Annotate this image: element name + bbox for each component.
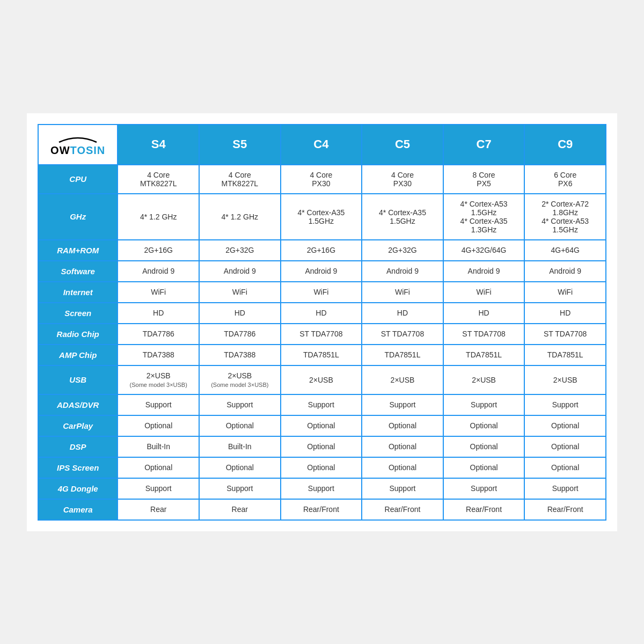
cell-row1-col0: 4* 1.2 GHz [118, 194, 199, 240]
table-body: CPU4 CoreMTK8227L4 CoreMTK8227L4 CorePX3… [38, 165, 606, 520]
cell-row3-col2: Android 9 [281, 261, 362, 282]
cell-row8-col5: 2×USB [524, 365, 606, 394]
cell-row3-col1: Android 9 [199, 261, 281, 282]
cell-row3-col5: Android 9 [524, 261, 606, 282]
cell-row12-col2: Optional [281, 457, 362, 478]
table-row: ADAS/DVRSupportSupportSupportSupportSupp… [38, 394, 606, 415]
table-row: IPS ScreenOptionalOptionalOptionalOption… [38, 457, 606, 478]
cell-row6-col4: ST TDA7708 [443, 324, 525, 345]
col-header-c4: C4 [281, 125, 362, 165]
cell-row13-col2: Support [281, 478, 362, 499]
cell-row4-col0: WiFi [118, 282, 199, 303]
table-row: AMP ChipTDA7388TDA7388TDA7851LTDA7851LTD… [38, 345, 606, 365]
table-row: CarPlayOptionalOptionalOptionalOptionalO… [38, 415, 606, 436]
cell-row11-col3: Optional [362, 436, 443, 457]
cell-row10-col1: Optional [199, 415, 281, 436]
cell-row13-col5: Support [524, 478, 606, 499]
cell-row1-col1: 4* 1.2 GHz [199, 194, 281, 240]
cell-row1-col3: 4* Cortex-A351.5GHz [362, 194, 443, 240]
col-header-c9: C9 [524, 125, 606, 165]
cell-row1-col5: 2* Cortex-A72 1.8GHz4* Cortex-A53 1.5GHz [524, 194, 606, 240]
cell-row7-col3: TDA7851L [362, 345, 443, 365]
cell-row8-col2: 2×USB [281, 365, 362, 394]
table-row: InternetWiFiWiFiWiFiWiFiWiFiWiFi [38, 282, 606, 303]
row-label-carplay: CarPlay [38, 415, 118, 436]
cell-row13-col1: Support [199, 478, 281, 499]
table-row: Radio ChipTDA7786TDA7786ST TDA7708ST TDA… [38, 324, 606, 345]
cell-row13-col0: Support [118, 478, 199, 499]
col-header-c7: C7 [443, 125, 525, 165]
row-label-screen: Screen [38, 303, 118, 324]
row-label-ghz: GHz [38, 194, 118, 240]
logo-cell: OWTOSIN [38, 125, 118, 165]
row-label-cpu: CPU [38, 165, 118, 194]
table-row: DSPBuilt-InBuilt-InOptionalOptionalOptio… [38, 436, 606, 457]
page-wrapper: OWTOSIN S4 S5 C4 C5 C7 C9 CPU4 CoreMTK82… [27, 113, 617, 531]
cell-row2-col1: 2G+32G [199, 240, 281, 261]
table-row: SoftwareAndroid 9Android 9Android 9Andro… [38, 261, 606, 282]
logo-container: OWTOSIN [42, 133, 114, 157]
col-header-s5: S5 [199, 125, 281, 165]
cell-row13-col3: Support [362, 478, 443, 499]
cell-row1-col2: 4* Cortex-A351.5GHz [281, 194, 362, 240]
cell-row12-col4: Optional [443, 457, 525, 478]
cell-row6-col2: ST TDA7708 [281, 324, 362, 345]
cell-row10-col5: Optional [524, 415, 606, 436]
row-label-software: Software [38, 261, 118, 282]
cell-row0-col4: 8 CorePX5 [443, 165, 525, 194]
cell-row8-col0: 2×USB(Some model 3×USB) [118, 365, 199, 394]
cell-row9-col1: Support [199, 394, 281, 415]
cell-row11-col5: Optional [524, 436, 606, 457]
col-header-s4: S4 [118, 125, 199, 165]
cell-row9-col3: Support [362, 394, 443, 415]
cell-row7-col2: TDA7851L [281, 345, 362, 365]
cell-row3-col3: Android 9 [362, 261, 443, 282]
cell-row0-col5: 6 CorePX6 [524, 165, 606, 194]
cell-row6-col5: ST TDA7708 [524, 324, 606, 345]
cell-row5-col1: HD [199, 303, 281, 324]
cell-row9-col2: Support [281, 394, 362, 415]
row-label-adas-dvr: ADAS/DVR [38, 394, 118, 415]
cell-row2-col0: 2G+16G [118, 240, 199, 261]
cell-row7-col5: TDA7851L [524, 345, 606, 365]
cell-row11-col4: Optional [443, 436, 525, 457]
cell-row14-col3: Rear/Front [362, 499, 443, 520]
cell-row9-col4: Support [443, 394, 525, 415]
cell-row10-col3: Optional [362, 415, 443, 436]
row-label-amp-chip: AMP Chip [38, 345, 118, 365]
cell-row4-col1: WiFi [199, 282, 281, 303]
cell-row14-col1: Rear [199, 499, 281, 520]
cell-row3-col0: Android 9 [118, 261, 199, 282]
cell-row4-col5: WiFi [524, 282, 606, 303]
cell-row14-col0: Rear [118, 499, 199, 520]
cell-row9-col5: Support [524, 394, 606, 415]
cell-row3-col4: Android 9 [443, 261, 525, 282]
cell-row12-col3: Optional [362, 457, 443, 478]
cell-row4-col3: WiFi [362, 282, 443, 303]
cell-row12-col5: Optional [524, 457, 606, 478]
row-label-internet: Internet [38, 282, 118, 303]
col-header-c5: C5 [362, 125, 443, 165]
table-row: ScreenHDHDHDHDHDHD [38, 303, 606, 324]
cell-row8-col3: 2×USB [362, 365, 443, 394]
cell-row1-col4: 4* Cortex-A53 1.5GHz4* Cortex-A35 1.3GHz [443, 194, 525, 240]
cell-row2-col2: 2G+16G [281, 240, 362, 261]
cell-row5-col3: HD [362, 303, 443, 324]
cell-row5-col4: HD [443, 303, 525, 324]
cell-row5-col5: HD [524, 303, 606, 324]
row-label-usb: USB [38, 365, 118, 394]
row-label-radio-chip: Radio Chip [38, 324, 118, 345]
cell-row12-col1: Optional [199, 457, 281, 478]
table-row: RAM+ROM2G+16G2G+32G2G+16G2G+32G4G+32G/64… [38, 240, 606, 261]
cell-row7-col0: TDA7388 [118, 345, 199, 365]
table-row: USB2×USB(Some model 3×USB)2×USB(Some mod… [38, 365, 606, 394]
cell-row8-col1: 2×USB(Some model 3×USB) [199, 365, 281, 394]
cell-row14-col5: Rear/Front [524, 499, 606, 520]
logo-ow: OW [50, 144, 70, 156]
table-row: CameraRearRearRear/FrontRear/FrontRear/F… [38, 499, 606, 520]
cell-row6-col0: TDA7786 [118, 324, 199, 345]
cell-row7-col1: TDA7388 [199, 345, 281, 365]
cell-row4-col2: WiFi [281, 282, 362, 303]
cell-row0-col1: 4 CoreMTK8227L [199, 165, 281, 194]
cell-row11-col0: Built-In [118, 436, 199, 457]
